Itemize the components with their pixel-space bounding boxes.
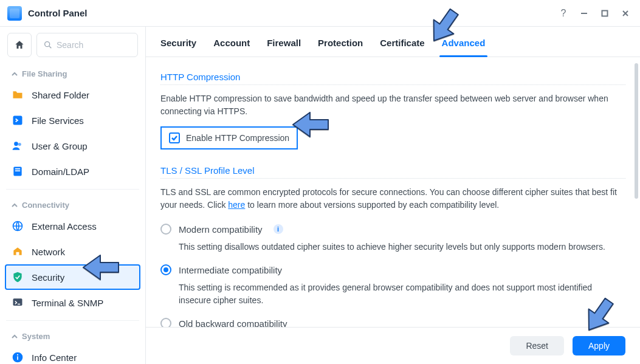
sidebar-item-label: User & Group [32,141,88,151]
tls-learn-more-link[interactable]: here [228,200,245,210]
reset-button[interactable]: Reset [510,336,564,355]
radio-modern-compatibility[interactable] [160,224,171,235]
sidebar-item-label: Info Center [32,352,77,363]
group-connectivity[interactable]: Connectivity [5,194,140,213]
group-file-sharing[interactable]: File Sharing [5,63,140,82]
minimize-icon[interactable] [577,6,591,21]
radio-row-intermediate: Intermediate compatibility [160,259,625,280]
section-title-tls: TLS / SSL Profile Level [160,165,625,176]
search-input-wrapper[interactable] [36,33,138,57]
sidebar-item-info-center[interactable]: Info Center [5,345,140,364]
sidebar-item-domain-ldap[interactable]: Domain/LDAP [5,159,140,184]
http-description: Enable HTTP compression to save bandwidt… [160,92,625,118]
radio-desc-intermediate: This setting is recommended as it provid… [160,280,625,313]
app-icon [7,6,22,21]
user-group-icon [11,139,24,153]
sidebar-item-label: Terminal & SNMP [32,298,103,308]
check-icon [171,134,178,142]
tls-description: TLS and SSL are common encrypted protoco… [160,186,625,211]
tab-account[interactable]: Account [213,38,250,57]
folder-icon [11,88,24,101]
info-icon [11,351,24,364]
sidebar-item-label: Shared Folder [32,90,89,100]
tab-certificate[interactable]: Certificate [380,38,424,57]
svg-point-7 [14,142,18,146]
radio-row-old: Old backward compatibility [160,313,625,327]
annotation-arrow-advanced-tab [425,9,468,53]
content-scroll[interactable]: HTTP Compression Enable HTTP compression… [146,57,640,327]
network-icon [11,245,24,258]
titlebar: Control Panel ? [0,0,640,27]
annotation-arrow-apply-button [580,298,623,342]
sidebar-item-external-access[interactable]: External Access [5,213,140,239]
terminal-icon [11,296,24,309]
group-label: Connectivity [22,201,69,210]
radio-label: Modern compatibility [179,224,263,235]
section-title-http: HTTP Compression [160,72,625,82]
enable-http-compression-row: Enable HTTP Compression [160,126,298,149]
sidebar-item-file-services[interactable]: File Services [5,108,140,133]
svg-rect-13 [16,252,19,255]
sidebar-item-label: File Services [32,115,84,126]
radio-desc-modern: This setting disallows outdated cipher s… [160,239,625,259]
help-icon[interactable]: ? [556,6,571,21]
sidebar-item-label: Network [32,247,65,257]
svg-rect-10 [15,168,20,170]
close-icon[interactable] [618,6,633,21]
radio-old-compatibility[interactable] [160,318,171,327]
svg-line-5 [49,46,51,48]
annotation-arrow-http-checkbox [292,106,334,151]
group-label: System [22,332,50,341]
svg-rect-16 [17,356,18,360]
tab-firewall[interactable]: Firewall [267,38,301,57]
globe-icon [11,219,24,233]
shield-icon [11,270,24,284]
file-services-icon [11,114,24,127]
sidebar-item-label: Security [32,272,64,283]
chevron-up-icon [11,202,18,209]
radio-row-modern: Modern compatibility i [160,219,625,239]
group-system[interactable]: System [5,326,140,345]
maximize-icon[interactable] [597,6,612,21]
svg-point-8 [18,143,21,146]
scrollbar[interactable] [635,63,638,309]
search-input[interactable] [57,40,131,50]
main-panel: Security Account Firewall Protection Cer… [146,27,640,364]
sidebar-item-label: External Access [32,221,97,232]
radio-label: Intermediate compatibility [179,265,282,275]
sidebar-item-terminal-snmp[interactable]: Terminal & SNMP [5,290,140,315]
sidebar: File Sharing Shared Folder File Services… [0,27,146,364]
info-icon[interactable]: i [274,224,283,234]
sidebar-item-label: Domain/LDAP [32,167,89,177]
svg-point-4 [45,42,50,47]
enable-http-compression-checkbox[interactable] [169,132,180,143]
sidebar-item-user-group[interactable]: User & Group [5,133,140,159]
chevron-up-icon [11,333,18,340]
home-button[interactable] [7,33,32,57]
window-title: Control Panel [28,8,88,18]
group-label: File Sharing [22,69,67,78]
chevron-up-icon [11,70,18,78]
svg-point-17 [17,354,18,355]
radio-intermediate-compatibility[interactable] [160,264,171,275]
domain-ldap-icon [11,165,24,178]
tab-security[interactable]: Security [160,38,196,57]
tab-protection[interactable]: Protection [318,38,363,57]
svg-rect-1 [602,10,608,16]
checkbox-label: Enable HTTP Compression [186,133,289,143]
tabs: Security Account Firewall Protection Cer… [146,27,640,57]
radio-label: Old backward compatibility [179,318,287,328]
footer: Reset Apply [146,327,640,364]
annotation-arrow-security-item [82,249,125,294]
svg-rect-11 [15,170,20,171]
search-icon [43,40,53,50]
sidebar-item-shared-folder[interactable]: Shared Folder [5,82,140,108]
